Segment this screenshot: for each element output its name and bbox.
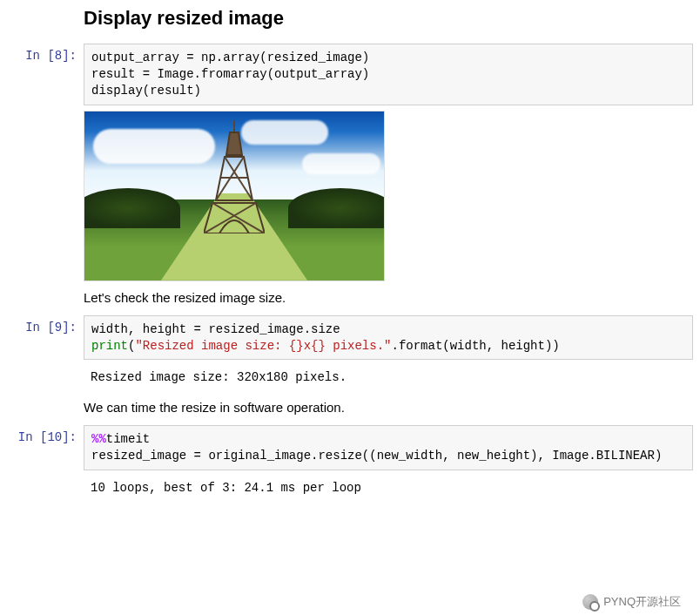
code-input-area[interactable]: width, height = resized_image.size print…: [84, 315, 693, 361]
code-content: width, height = resized_image.size print…: [91, 321, 685, 355]
empty-prompt: [0, 476, 84, 481]
code-input-area[interactable]: %%timeit resized_image = original_image.…: [84, 425, 693, 470]
output-text: 10 loops, best of 3: 24.1 ms per loop: [84, 476, 693, 500]
markdown-cell: Let's check the resized image size.: [0, 285, 700, 310]
empty-prompt: [0, 365, 84, 370]
empty-prompt: [0, 285, 84, 290]
markdown-text: Let's check the resized image size.: [84, 285, 693, 310]
output-image-wrapper: [84, 111, 700, 281]
output-text: Resized image size: 320x180 pixels.: [84, 365, 693, 389]
code-cell: In [10]: %%timeit resized_image = origin…: [0, 425, 700, 470]
notebook: Display resized image In [8]: output_arr…: [0, 7, 700, 500]
input-prompt: In [8]:: [0, 44, 84, 63]
code-cell: In [8]: output_array = np.array(resized_…: [0, 44, 700, 105]
section-heading: Display resized image: [84, 7, 700, 30]
markdown-cell: We can time the resize in software opera…: [0, 395, 700, 420]
code-cell: In [9]: width, height = resized_image.si…: [0, 315, 700, 361]
markdown-text: We can time the resize in software opera…: [84, 395, 693, 420]
input-prompt: In [10]:: [0, 425, 84, 444]
code-input-area[interactable]: output_array = np.array(resized_image) r…: [84, 44, 693, 105]
code-content: output_array = np.array(resized_image) r…: [91, 50, 685, 99]
wechat-icon: [582, 594, 598, 610]
code-content: %%timeit resized_image = original_image.…: [91, 431, 685, 464]
output-image: [84, 111, 385, 281]
output-cell: Resized image size: 320x180 pixels.: [0, 365, 700, 389]
output-cell: 10 loops, best of 3: 24.1 ms per loop: [0, 476, 700, 500]
empty-prompt: [0, 395, 84, 400]
input-prompt: In [9]:: [0, 315, 84, 335]
watermark: PYNQ开源社区: [582, 594, 681, 610]
watermark-text: PYNQ开源社区: [603, 594, 681, 610]
